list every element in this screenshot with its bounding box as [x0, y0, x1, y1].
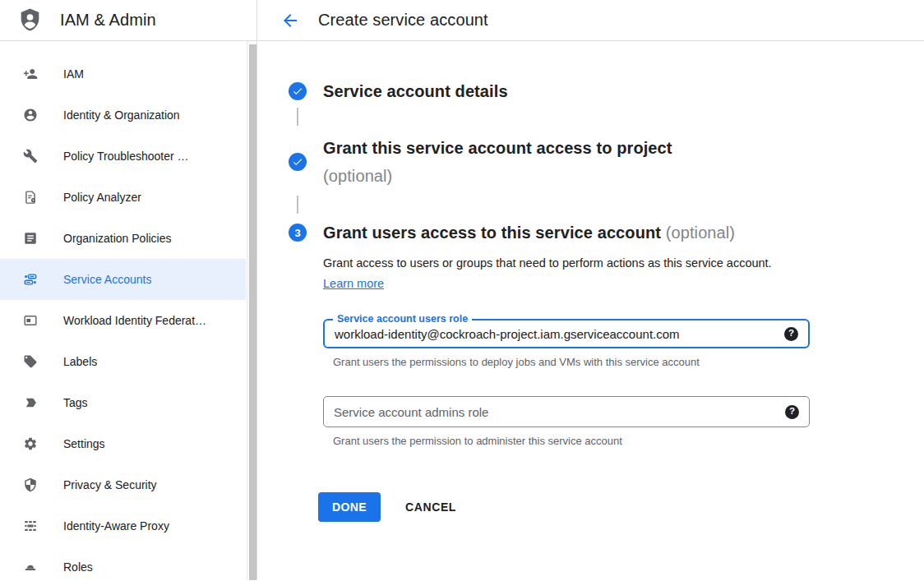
sidebar-item-policy-troubleshooter[interactable]: Policy Troubleshooter …: [0, 136, 246, 177]
sidebar-item-labels[interactable]: Labels: [0, 341, 246, 382]
sidebar-item-identity-aware-proxy[interactable]: Identity-Aware Proxy: [0, 505, 246, 546]
sidebar-item-identity-organization[interactable]: Identity & Organization: [0, 95, 246, 136]
step-3-optional-label: (optional): [666, 224, 735, 242]
cancel-button[interactable]: CANCEL: [405, 500, 456, 514]
help-icon[interactable]: ?: [785, 405, 799, 419]
sidebar-item-service-accounts[interactable]: Service Accounts: [0, 259, 246, 300]
admins-role-helper-text: Grant users the permission to administer…: [333, 435, 924, 447]
sidebar-item-label: Identity & Organization: [63, 108, 180, 122]
product-header: IAM & Admin: [0, 0, 257, 40]
sidebar-item-label: IAM: [63, 67, 84, 81]
step-3-grant-users-access[interactable]: 3 Grant users access to this service acc…: [289, 222, 924, 243]
step-2-grant-access-to-project[interactable]: Grant this service account access to pro…: [289, 134, 924, 190]
sidebar-item-label: Settings: [63, 437, 105, 450]
users-role-floating-label: Service account users role: [333, 313, 472, 325]
roles-hat-icon: [23, 560, 38, 574]
workload-identity-icon: [23, 313, 38, 328]
sidebar-nav: IAM Identity & Organization Policy Troub…: [0, 41, 257, 580]
sidebar-item-tags[interactable]: Tags: [0, 382, 246, 423]
step-2-title-block: Grant this service account access to pro…: [323, 134, 672, 190]
step-3-title-text: Grant users access to this service accou…: [323, 224, 661, 242]
create-service-account-form: Service account details Grant this servi…: [257, 41, 924, 580]
person-add-icon: [23, 67, 38, 81]
sidebar-item-privacy-security[interactable]: Privacy & Security: [0, 464, 246, 505]
sidebar-item-label: Roles: [63, 560, 93, 574]
service-account-admins-role-field[interactable]: ?: [323, 396, 810, 427]
sidebar-item-label: Service Accounts: [63, 273, 151, 286]
users-role-helper-text: Grant users the permissions to deploy jo…: [333, 356, 924, 368]
iam-shield-logo-icon: [16, 7, 44, 34]
sidebar-item-roles[interactable]: Roles: [0, 546, 246, 581]
step-connector: [297, 196, 298, 214]
shield-icon: [23, 477, 38, 492]
label-tag-icon: [23, 354, 38, 369]
product-title: IAM & Admin: [60, 11, 156, 30]
learn-more-link[interactable]: Learn more: [323, 277, 384, 290]
step-1-service-account-details[interactable]: Service account details: [289, 81, 924, 102]
step-2-check-icon: [289, 153, 307, 171]
page-header: Create service account: [257, 0, 924, 40]
sidebar-item-label: Organization Policies: [63, 232, 172, 245]
form-action-buttons: DONE CANCEL: [318, 492, 924, 522]
sidebar-item-workload-identity-federation[interactable]: Workload Identity Federat…: [0, 300, 246, 341]
step-3-description: Grant access to users or groups that nee…: [323, 253, 785, 294]
step-connector: [297, 108, 298, 126]
sidebar-item-organization-policies[interactable]: Organization Policies: [0, 218, 246, 259]
description-text: Grant access to users or groups that nee…: [323, 256, 772, 270]
sidebar-item-iam[interactable]: IAM: [0, 53, 246, 95]
tags-icon: [23, 395, 38, 410]
back-arrow-icon[interactable]: [280, 11, 300, 30]
sidebar-item-label: Workload Identity Federat…: [63, 314, 206, 327]
step-2-optional-label: (optional): [323, 162, 672, 190]
sidebar-item-label: Labels: [63, 355, 97, 368]
done-button[interactable]: DONE: [318, 492, 381, 522]
identity-icon: [23, 108, 38, 122]
sidebar-item-label: Identity-Aware Proxy: [63, 519, 169, 533]
help-icon[interactable]: ?: [784, 327, 798, 341]
service-accounts-icon: [23, 272, 38, 287]
sidebar-item-policy-analyzer[interactable]: Policy Analyzer: [0, 177, 246, 218]
app-header: IAM & Admin Create service account: [0, 0, 924, 41]
org-policies-icon: [23, 231, 38, 246]
step-1-title: Service account details: [323, 81, 508, 102]
gear-icon: [23, 436, 38, 451]
page-title: Create service account: [318, 11, 488, 30]
step-1-check-icon: [289, 82, 307, 100]
sidebar-item-label: Tags: [63, 396, 88, 409]
step-3-number-badge: 3: [289, 224, 307, 242]
sidebar-scrollbar[interactable]: [247, 41, 256, 580]
step-2-title: Grant this service account access to pro…: [323, 134, 672, 162]
admins-role-input[interactable]: [324, 397, 785, 427]
iap-icon: [23, 519, 38, 533]
sidebar-item-settings[interactable]: Settings: [0, 423, 246, 464]
sidebar-item-label: Policy Analyzer: [63, 191, 141, 204]
scrollbar-thumb[interactable]: [249, 44, 256, 580]
service-account-users-role-field[interactable]: Service account users role ?: [323, 319, 810, 348]
sidebar-item-label: Policy Troubleshooter …: [63, 150, 189, 163]
wrench-icon: [23, 149, 38, 164]
policy-analyzer-icon: [23, 190, 38, 205]
sidebar-item-label: Privacy & Security: [63, 478, 157, 491]
step-3-title: Grant users access to this service accou…: [323, 222, 735, 243]
